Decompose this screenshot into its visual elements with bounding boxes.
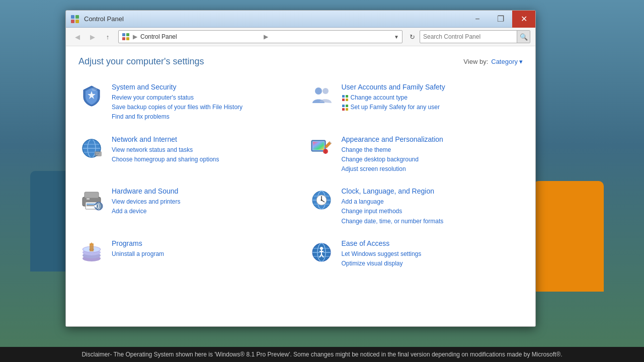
system-security-title[interactable]: System and Security (112, 83, 293, 91)
programs-icon (78, 239, 105, 265)
network-icon (78, 135, 105, 161)
address-bar[interactable]: ▶ Control Panel ▶ ▼ (118, 30, 403, 43)
svg-rect-13 (342, 99, 345, 101)
system-security-link-3[interactable]: Find and fix problems (112, 112, 293, 122)
clock-link-1[interactable]: Add a language (342, 197, 523, 207)
forward-button[interactable]: ▶ (86, 30, 99, 43)
view-by-label: View by: (463, 58, 488, 65)
view-by-category-text: Category (491, 58, 518, 65)
category-hardware: Hardware and Sound View devices and prin… (78, 183, 293, 230)
category-user-accounts: User Accounts and Family Safety Change a… (308, 79, 523, 126)
address-separator-2: ▶ (264, 33, 268, 40)
disclaimer-text: Disclaimer- The Operating System shown h… (82, 351, 562, 358)
category-clock: Clock, Language, and Region Add a langua… (308, 183, 523, 230)
clock-link-2[interactable]: Change input methods (342, 207, 523, 216)
svg-rect-30 (313, 142, 324, 150)
appearance-link-3[interactable]: Adjust screen resolution (342, 164, 523, 174)
control-panel-window: Control Panel − ❐ ✕ ◀ ▶ ↑ ▶ Control Pane… (65, 10, 536, 327)
content-area: Adjust your computer's settings View by:… (66, 46, 535, 326)
address-bar-icon (122, 33, 130, 41)
svg-rect-33 (85, 192, 99, 198)
ease-of-access-link-1[interactable]: Let Windows suggest settings (342, 249, 523, 259)
categories-grid: System and Security Review your computer… (78, 79, 523, 273)
back-button[interactable]: ◀ (71, 30, 84, 43)
svg-rect-0 (71, 15, 74, 19)
svg-rect-6 (122, 37, 125, 40)
category-network: Network and Internet View network status… (78, 131, 293, 178)
svg-rect-36 (87, 205, 94, 206)
programs-title[interactable]: Programs (112, 239, 293, 247)
address-text: Control Panel (140, 33, 261, 40)
svg-rect-2 (71, 20, 74, 23)
clock-link-3[interactable]: Change date, time, or number formats (342, 217, 523, 226)
disclaimer-bar: Disclaimer- The Operating System shown h… (0, 347, 644, 362)
appearance-title[interactable]: Appearance and Personalization (342, 135, 523, 143)
svg-rect-11 (342, 95, 345, 98)
user-accounts-title[interactable]: User Accounts and Family Safety (342, 83, 523, 91)
user-accounts-link-2[interactable]: Set up Family Safety for any user (342, 103, 523, 112)
search-input[interactable] (420, 33, 517, 40)
appearance-link-1[interactable]: Change the theme (342, 145, 523, 155)
title-bar: Control Panel − ❐ ✕ (66, 11, 535, 28)
refresh-button[interactable]: ↻ (407, 31, 418, 42)
svg-rect-15 (342, 105, 345, 107)
search-box: 🔍 (420, 30, 530, 43)
ease-of-access-info: Ease of Access Let Windows suggest setti… (342, 239, 523, 268)
svg-rect-37 (87, 198, 90, 200)
network-info: Network and Internet View network status… (112, 135, 293, 164)
svg-rect-18 (346, 108, 348, 111)
system-security-link-2[interactable]: Save backup copies of your files with Fi… (112, 103, 293, 112)
network-link-1[interactable]: View network status and tasks (112, 145, 293, 155)
view-by: View by: Category ▾ (463, 58, 523, 65)
minimize-button[interactable]: − (466, 11, 489, 28)
address-dropdown-arrow[interactable]: ▼ (394, 34, 399, 40)
svg-rect-4 (122, 33, 125, 36)
clock-title[interactable]: Clock, Language, and Region (342, 187, 523, 195)
network-title[interactable]: Network and Internet (112, 135, 293, 143)
svg-point-62 (320, 247, 323, 250)
category-system-security: System and Security Review your computer… (78, 79, 293, 126)
close-button[interactable]: ✕ (512, 11, 535, 28)
svg-rect-26 (96, 152, 101, 153)
svg-rect-3 (75, 20, 79, 23)
appearance-link-2[interactable]: Change desktop background (342, 155, 523, 164)
appearance-icon (308, 135, 335, 161)
system-security-link-1[interactable]: Review your computer's status (112, 93, 293, 103)
user-accounts-icon (308, 83, 335, 109)
search-button[interactable]: 🔍 (517, 31, 530, 43)
restore-button[interactable]: ❐ (489, 11, 512, 28)
system-security-info: System and Security Review your computer… (112, 83, 293, 122)
hardware-link-2[interactable]: Add a device (112, 207, 293, 216)
svg-point-10 (323, 88, 329, 94)
hardware-title[interactable]: Hardware and Sound (112, 187, 293, 195)
category-appearance: Appearance and Personalization Change th… (308, 131, 523, 178)
svg-rect-12 (346, 95, 348, 98)
svg-rect-5 (126, 33, 129, 36)
svg-rect-17 (342, 108, 345, 111)
title-bar-left: Control Panel (70, 14, 124, 24)
category-programs: Programs Uninstall a program (78, 235, 293, 273)
ease-of-access-link-2[interactable]: Optimize visual display (342, 259, 523, 268)
user-accounts-info: User Accounts and Family Safety Change a… (342, 83, 523, 112)
view-by-value[interactable]: Category ▾ (491, 58, 523, 65)
svg-rect-16 (346, 105, 348, 107)
category-ease-of-access: Ease of Access Let Windows suggest setti… (308, 235, 523, 273)
svg-rect-27 (96, 154, 101, 155)
clock-info: Clock, Language, and Region Add a langua… (342, 187, 523, 226)
network-link-2[interactable]: Choose homegroup and sharing options (112, 155, 293, 164)
window-icon (70, 14, 80, 24)
hardware-info: Hardware and Sound View devices and prin… (112, 187, 293, 216)
programs-info: Programs Uninstall a program (112, 239, 293, 259)
hardware-link-1[interactable]: View devices and printers (112, 197, 293, 207)
programs-link-1[interactable]: Uninstall a program (112, 249, 293, 259)
view-by-arrow: ▾ (519, 58, 523, 65)
svg-point-47 (320, 200, 322, 201)
clock-icon (308, 187, 335, 213)
user-accounts-link-1[interactable]: Change account type (342, 93, 523, 103)
appearance-info: Appearance and Personalization Change th… (342, 135, 523, 174)
system-security-icon (78, 83, 105, 109)
bg-decoration-right (533, 181, 604, 292)
up-button[interactable]: ↑ (101, 30, 114, 43)
ease-of-access-title[interactable]: Ease of Access (342, 239, 523, 247)
svg-rect-14 (346, 99, 348, 101)
